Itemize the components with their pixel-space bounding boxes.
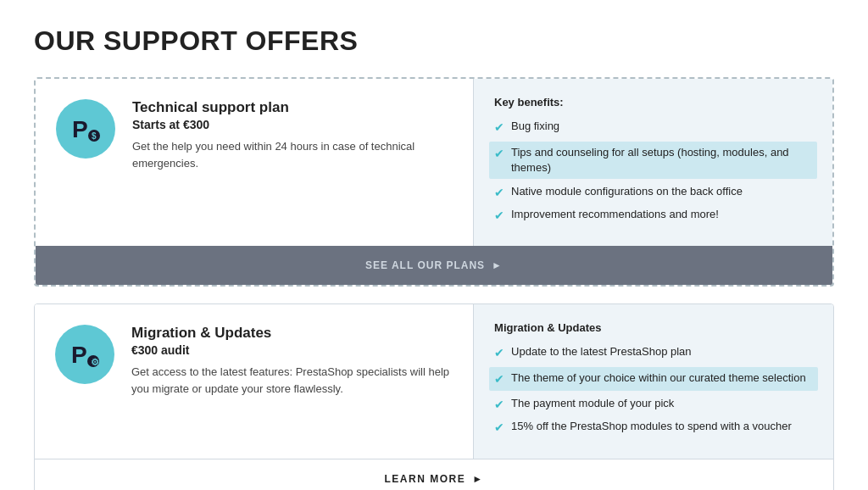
card2-right: Migration & Updates ✔ Update to the late… xyxy=(474,304,833,458)
check-icon: ✔ xyxy=(494,120,504,136)
page-title: OUR SUPPORT OFFERS xyxy=(34,25,834,57)
check-icon: ✔ xyxy=(494,208,504,225)
prestashop-logo-icon: P $ xyxy=(69,112,103,146)
learn-more-button[interactable]: LEARN MORE ► xyxy=(35,459,833,490)
check-icon: ✔ xyxy=(494,185,504,202)
check-icon: ✔ xyxy=(494,345,504,362)
see-all-plans-button[interactable]: SEE ALL OUR PLANS ► xyxy=(36,246,832,285)
card2-benefit-4: ✔ 15% off the PrestaShop modules to spen… xyxy=(494,419,813,437)
check-icon: ✔ xyxy=(494,420,504,437)
card1-left: P $ Technical support plan Starts at €30… xyxy=(36,79,474,246)
card2-benefit-text-2: The theme of your choice within our cura… xyxy=(511,370,806,386)
card1-benefit-2: ✔ Tips and counseling for all setups (ho… xyxy=(489,142,817,179)
card2-benefit-3: ✔ The payment module of your pick xyxy=(494,396,813,414)
svg-text:$: $ xyxy=(92,131,97,141)
card2-price: €300 audit xyxy=(131,343,453,357)
check-icon: ✔ xyxy=(494,397,504,414)
svg-text:P: P xyxy=(71,342,87,368)
card2-benefit-text-4: 15% off the PrestaShop modules to spend … xyxy=(511,419,792,434)
card2-title: Migration & Updates xyxy=(131,325,453,342)
card1-benefit-text-4: Improvement recommendations and more! xyxy=(511,207,719,222)
card1-avatar: P $ xyxy=(56,99,115,159)
card1-benefit-text-2: Tips and counseling for all setups (host… xyxy=(511,145,812,175)
card1-benefit-text-1: Bug fixing xyxy=(511,119,559,134)
card2-benefit-text-1: Update to the latest PrestaShop plan xyxy=(511,344,691,359)
card1-info: Technical support plan Starts at €300 Ge… xyxy=(132,99,453,188)
migration-updates-card: P ⚙ Migration & Updates €300 audit Get a… xyxy=(34,303,834,490)
see-all-plans-label: SEE ALL OUR PLANS xyxy=(365,259,485,271)
card2-avatar: P ⚙ xyxy=(55,325,114,384)
learn-more-label: LEARN MORE xyxy=(384,473,465,485)
card1-right: Key benefits: ✔ Bug fixing ✔ Tips and co… xyxy=(474,79,832,246)
card2-benefit-1: ✔ Update to the latest PrestaShop plan xyxy=(494,344,813,362)
card2-desc: Get access to the latest features: Prest… xyxy=(131,364,453,397)
check-icon: ✔ xyxy=(494,371,504,388)
card1-main: P $ Technical support plan Starts at €30… xyxy=(36,79,832,246)
card1-benefits-title: Key benefits: xyxy=(494,96,812,109)
card2-benefits-title: Migration & Updates xyxy=(494,321,813,334)
card1-benefit-text-3: Native module configurations on the back… xyxy=(511,184,743,199)
card2-info: Migration & Updates €300 audit Get acces… xyxy=(131,325,453,414)
card1-price: Starts at €300 xyxy=(132,118,453,131)
card1-title: Technical support plan xyxy=(132,99,453,116)
card1-benefit-3: ✔ Native module configurations on the ba… xyxy=(494,184,812,202)
card2-benefit-text-3: The payment module of your pick xyxy=(511,396,674,411)
card1-benefit-4: ✔ Improvement recommendations and more! xyxy=(494,207,812,225)
svg-text:P: P xyxy=(72,116,88,142)
footer-arrow-icon: ► xyxy=(492,259,503,271)
check-icon: ✔ xyxy=(494,146,504,163)
card1-desc: Get the help you need within 24 hours in… xyxy=(132,138,453,171)
svg-text:⚙: ⚙ xyxy=(91,357,99,367)
technical-support-card: P $ Technical support plan Starts at €30… xyxy=(34,77,834,287)
card2-main: P ⚙ Migration & Updates €300 audit Get a… xyxy=(35,304,833,458)
card2-benefit-2: ✔ The theme of your choice within our cu… xyxy=(489,367,818,392)
card1-benefit-1: ✔ Bug fixing xyxy=(494,119,812,136)
card2-left: P ⚙ Migration & Updates €300 audit Get a… xyxy=(35,304,474,458)
learn-more-arrow-icon: ► xyxy=(472,473,483,485)
prestashop-migration-logo-icon: P ⚙ xyxy=(68,337,102,371)
